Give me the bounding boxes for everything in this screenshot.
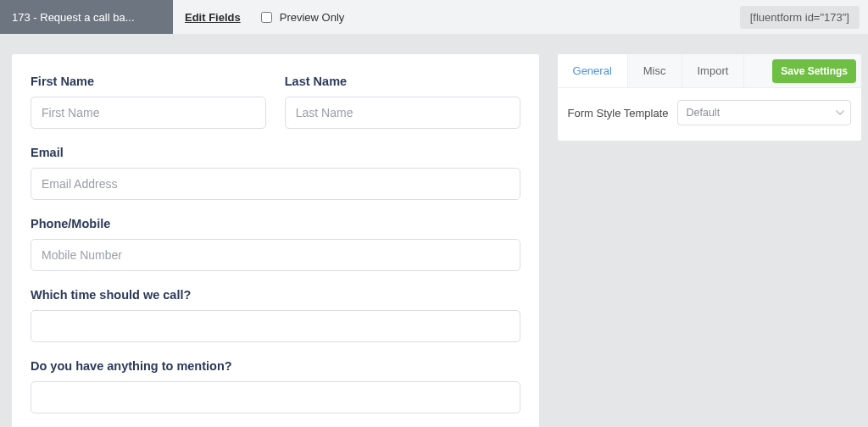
email-input[interactable] — [31, 168, 520, 200]
preview-only-checkbox[interactable] — [261, 12, 272, 23]
tab-general[interactable]: General — [558, 54, 628, 87]
first-name-label: First Name — [31, 75, 266, 88]
last-name-input[interactable] — [285, 97, 520, 129]
preview-only-label: Preview Only — [280, 11, 345, 24]
first-name-input[interactable] — [31, 97, 266, 129]
form-style-template-value: Default — [687, 107, 721, 119]
form-style-template-label: Form Style Template — [568, 107, 669, 119]
preview-only-toggle[interactable]: Preview Only — [253, 0, 345, 34]
phone-label: Phone/Mobile — [31, 217, 520, 230]
edit-fields-link[interactable]: Edit Fields — [173, 0, 253, 34]
top-bar: 173 - Request a call ba... Edit Fields P… — [0, 0, 868, 34]
form-preview-card: First Name Last Name Email Phone/Mobile … — [12, 54, 539, 427]
form-style-template-select[interactable]: Default — [677, 100, 852, 125]
mention-label: Do you have anything to mention? — [31, 359, 520, 373]
form-title-chip: 173 - Request a call ba... — [0, 0, 173, 34]
mention-input[interactable] — [31, 381, 520, 413]
tab-import[interactable]: Import — [682, 54, 745, 87]
phone-input[interactable] — [31, 239, 520, 271]
shortcode-display[interactable]: [fluentform id="173"] — [740, 6, 860, 29]
save-settings-button[interactable]: Save Settings — [772, 59, 856, 83]
tab-misc[interactable]: Misc — [628, 54, 682, 87]
email-label: Email — [31, 146, 520, 159]
settings-tabs: General Misc Import Save Settings — [558, 54, 861, 88]
last-name-label: Last Name — [285, 75, 520, 88]
call-time-label: Which time should we call? — [31, 288, 520, 302]
call-time-input[interactable] — [31, 310, 520, 342]
settings-panel: General Misc Import Save Settings Form S… — [558, 54, 861, 141]
